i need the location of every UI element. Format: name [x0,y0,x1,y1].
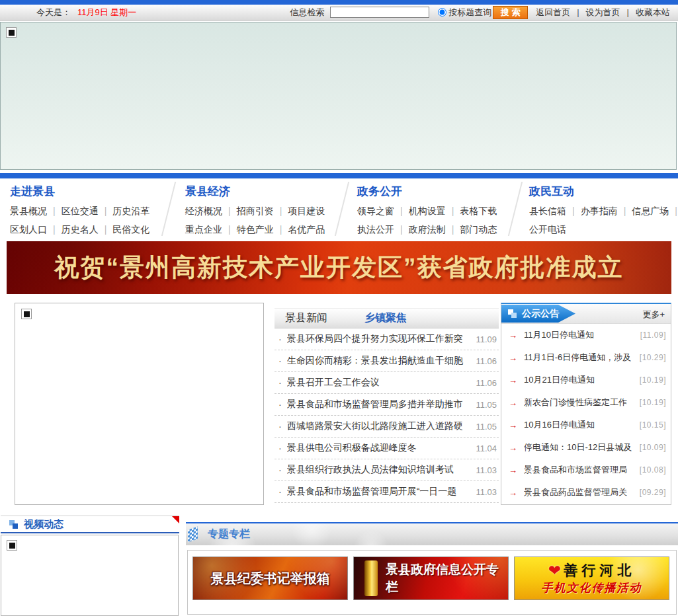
news-link[interactable]: 景县食品和市场监督管理局开展“一日一题 [287,486,471,498]
news-link[interactable]: 景县环保局四个提升努力实现环保工作新突 [287,333,471,345]
nav-link[interactable]: 信息广场 [632,206,678,216]
corner-ribbon-icon [172,516,179,523]
nav-link[interactable]: 县长信箱 [529,206,581,216]
checker-decor-icon [188,527,198,543]
announcement-item: → 新农合门诊慢性病鉴定工作 [10.19] [501,391,671,414]
nav-title-gov-affairs[interactable]: 政务公开 [357,184,497,199]
nav-link[interactable]: 经济概况 [185,206,237,216]
nav-row: 重点企业特色产业名优产品 [185,224,325,236]
bullet-icon: · [278,465,282,475]
announcement-item: → 10月21日停电通知 [10.19] [501,369,671,391]
arrow-icon: → [509,465,517,475]
nav-column-gov-affairs: 政务公开 领导之窗机构设置表格下载 执法公开政府法制部门动态 [357,184,497,236]
nav-divider [335,182,349,236]
news-date: 11.03 [476,487,497,497]
set-homepage-link[interactable]: 设为首页 [586,7,636,19]
announcement-link[interactable]: 景县食品和市场监督管理局 [524,464,636,476]
nav-link[interactable]: 历史名人 [62,224,113,235]
bullet-icon: · [278,356,282,366]
search-button[interactable]: 搜 索 [493,6,528,19]
headline-banner[interactable]: 祝贺“景州高新技术产业开发区”获省政府批准成立 [7,241,671,294]
announcement-link[interactable]: 11月1日-6日停电通知，涉及 [524,352,636,364]
arrow-icon: → [509,375,517,385]
nav-title-about[interactable]: 走进景县 [10,184,149,199]
nav-link[interactable]: 办事指南 [581,206,632,216]
broken-image-icon [7,540,17,551]
banner-gov-info-disclosure[interactable]: 景县政府信息公开专栏 [353,557,509,600]
nav-link[interactable]: 历史沿革 [112,206,149,216]
search-label: 信息检索 [290,7,324,19]
nav-link[interactable]: 景县概况 [10,206,62,216]
nav-row: 执法公开政府法制部门动态 [357,224,497,236]
announcements-panel: 公示公告 更多+ → 11月10日停电通知 [11.09] → 11月1日-6日… [501,303,671,505]
nav-link[interactable]: 项目建设 [288,206,325,216]
announcement-date: [10.29] [640,353,666,362]
announcements-tab[interactable]: 公示公告 [501,305,575,323]
announcement-link[interactable]: 10月16日停电通知 [524,419,636,431]
nav-link[interactable]: 民俗文化 [112,224,149,235]
news-link[interactable]: 景县召开工会工作会议 [287,377,471,389]
bullet-icon: · [278,399,282,410]
nav-link[interactable]: 特色产业 [237,224,288,235]
banner-shanxing-hebei[interactable]: ❤善行河北 手机文化传播活动 [514,557,669,600]
nav-link[interactable]: 重点企业 [185,224,237,235]
nav-link[interactable]: 政府法制 [409,224,460,235]
news-item: · 景县组织行政执法人员法律知识培训考试 11.03 [275,459,499,481]
nav-link[interactable]: 执法公开 [357,224,409,235]
nav-title-economy[interactable]: 景县经济 [185,184,325,199]
banner-text: 景县政府信息公开专栏 [386,561,508,596]
nav-column-economy: 景县经济 经济概况招商引资项目建设 重点企业特色产业名优产品 [185,184,325,236]
nav-link[interactable]: 招商引资 [237,206,288,216]
nav-column-about: 走进景县 景县概况区位交通历史沿革 区划人口历史名人民俗文化 [10,184,149,236]
announcement-link[interactable]: 新农合门诊慢性病鉴定工作 [524,397,636,408]
nav-link[interactable]: 区划人口 [10,224,62,235]
news-date: 11.06 [476,356,497,366]
video-panel-title[interactable]: 视频动态 [24,518,64,531]
news-date: 11.06 [476,378,497,388]
news-link[interactable]: 景县组织行政执法人员法律知识培训考试 [287,464,471,476]
news-item: · 景县供电公司积极备战迎峰度冬 11.04 [275,438,499,459]
bullet-icon: · [278,443,282,453]
nav-title-interaction[interactable]: 政民互动 [529,184,678,199]
search-input[interactable] [330,7,429,18]
bookmark-site-link[interactable]: 收藏本站 [636,7,670,19]
banner-discipline-report-box[interactable]: 景县纪委书记举报箱 [192,557,348,600]
broken-image-icon [6,27,17,38]
nav-row: 县长信箱办事指南信息广场 [529,206,678,217]
nav-link[interactable]: 领导之窗 [357,206,409,216]
bullet-icon: · [278,334,282,344]
news-link[interactable]: 西城墙路景安大街以北路段施工进入道路硬 [287,420,471,432]
announcement-link[interactable]: 停电通知：10日-12日县城及 [524,442,636,453]
news-date: 11.03 [476,465,497,475]
news-link[interactable]: 景县食品和市场监督管理局多措并举助推市 [287,399,471,410]
heart-icon: ❤ [548,562,561,580]
nav-link[interactable]: 名优产品 [288,224,325,235]
huabiao-column-icon [364,560,378,596]
announcement-item: → 10月16日停电通知 [10.15] [501,414,671,436]
headline-text: 祝贺“景州高新技术产业开发区”获省政府批准成立 [55,251,624,284]
photo-slider-placeholder [15,303,264,505]
announcement-link[interactable]: 10月21日停电通知 [524,374,636,386]
nav-link[interactable]: 区位交通 [62,206,113,216]
nav-link[interactable]: 部门动态 [460,224,497,235]
news-item: · 景县召开工会工作会议 11.06 [275,372,499,394]
announcement-date: [10.09] [640,443,666,452]
news-list: · 景县环保局四个提升努力实现环保工作新突 11.09 · 生命因你而精彩：景县… [275,328,499,503]
date-line: 今天是：11月9日 星期一 [36,7,136,19]
news-link[interactable]: 生命因你而精彩：景县发出捐献造血干细胞 [287,355,471,367]
tab-township-focus[interactable]: 乡镇聚焦 [364,311,407,325]
announcement-link[interactable]: 景县食品药品监督管理局关 [524,486,636,498]
search-by-title-radio[interactable] [438,8,446,17]
arrow-icon: → [509,420,517,430]
return-home-link[interactable]: 返回首页 [536,7,585,19]
bullet-icon: · [278,486,282,497]
nav-link[interactable]: 表格下载 [460,206,497,216]
panel-squares-icon [9,520,18,529]
more-link[interactable]: 更多+ [642,309,665,321]
announcements-title: 公示公告 [522,308,559,320]
nav-link[interactable]: 机构设置 [409,206,460,216]
tab-county-news[interactable]: 景县新闻 [285,311,327,325]
nav-link[interactable]: 公开电话 [529,224,566,235]
announcement-link[interactable]: 11月10日停电通知 [524,329,636,341]
news-link[interactable]: 景县供电公司积极备战迎峰度冬 [287,442,471,454]
